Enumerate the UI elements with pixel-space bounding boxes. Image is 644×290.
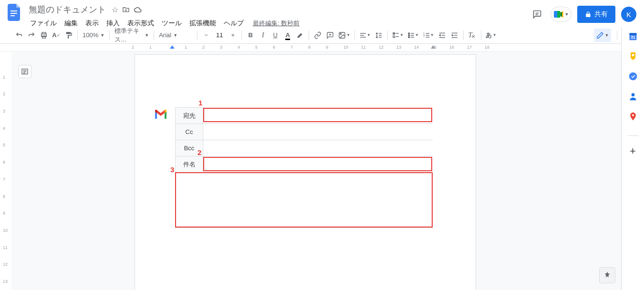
undo-button[interactable] <box>13 29 25 41</box>
account-avatar[interactable]: K <box>621 7 636 22</box>
redo-button[interactable] <box>26 29 37 41</box>
toolbar: A✓ 100%▼ 標準テキス...▼ Arial▼ − 11 + B I U A… <box>0 27 644 44</box>
header-right: ▼ 共有 K <box>530 3 638 23</box>
ruler-tick: 2 <box>132 45 134 50</box>
highlight-button[interactable] <box>294 29 306 41</box>
menu-file[interactable]: ファイル <box>27 17 60 30</box>
indent-marker[interactable] <box>170 45 175 49</box>
keep-icon[interactable] <box>628 52 638 61</box>
cloud-status-icon[interactable] <box>134 6 142 13</box>
document-page[interactable]: 宛先 Cc Bcc 件名 <box>135 54 476 290</box>
last-edit-link[interactable]: 最終編集: 数秒前 <box>253 19 300 28</box>
svg-marker-8 <box>560 12 562 17</box>
svg-point-56 <box>629 72 637 81</box>
to-field[interactable] <box>203 108 433 124</box>
docs-logo[interactable] <box>6 4 23 21</box>
bold-button[interactable]: B <box>245 29 256 41</box>
decrease-indent-button[interactable] <box>436 29 448 41</box>
font-size-input[interactable]: 11 <box>213 31 226 39</box>
subject-field[interactable] <box>203 156 433 173</box>
email-subject-row: 件名 <box>176 156 433 173</box>
meet-button[interactable]: ▼ <box>551 7 571 22</box>
contacts-icon[interactable] <box>628 92 638 101</box>
email-bcc-row: Bcc <box>176 140 433 156</box>
print-button[interactable] <box>38 29 50 41</box>
paint-format-button[interactable] <box>63 29 74 41</box>
line-spacing-button[interactable] <box>373 29 384 41</box>
menu-tools[interactable]: ツール <box>158 17 185 30</box>
underline-button[interactable]: U <box>270 29 281 41</box>
ruler-tick: 1 <box>149 45 152 50</box>
email-body-field[interactable] <box>175 173 433 228</box>
subject-label: 件名 <box>176 156 203 173</box>
insert-comment-button[interactable] <box>324 29 336 41</box>
tasks-icon[interactable] <box>628 72 638 81</box>
ruler-tick: 1 <box>185 45 187 50</box>
menu-view[interactable]: 表示 <box>82 17 102 30</box>
calendar-icon[interactable]: 31 <box>628 31 638 41</box>
svg-point-57 <box>631 93 634 96</box>
align-button[interactable]: ▼ <box>358 29 372 41</box>
italic-button[interactable]: I <box>257 29 269 41</box>
explore-button[interactable] <box>599 267 615 283</box>
ruler-tick: 2 <box>202 45 205 50</box>
styles-select[interactable]: 標準テキス...▼ <box>113 30 151 41</box>
vertical-ruler[interactable]: 12345678910111213 <box>0 52 11 290</box>
font-size-decrease[interactable]: − <box>200 29 212 41</box>
separator <box>77 31 78 40</box>
svg-rect-6 <box>554 11 557 18</box>
vruler-tick: 7 <box>3 171 8 188</box>
app-header: 無題のドキュメント ☆ ファイル 編集 表示 挿入 表示形式 ツール 拡張機能 … <box>0 0 644 27</box>
increase-indent-button[interactable] <box>449 29 460 41</box>
separator <box>197 31 197 40</box>
share-button[interactable]: 共有 <box>577 6 615 23</box>
svg-text:31: 31 <box>631 35 635 40</box>
title-block: 無題のドキュメント ☆ ファイル 編集 表示 挿入 表示形式 ツール 拡張機能 … <box>27 3 530 30</box>
star-icon[interactable]: ☆ <box>112 5 118 14</box>
clear-formatting-button[interactable]: T✕ <box>467 29 478 41</box>
font-size-increase[interactable]: + <box>227 29 239 41</box>
bcc-label: Bcc <box>176 140 203 156</box>
email-cc-row: Cc <box>176 124 433 140</box>
separator <box>109 31 110 40</box>
horizontal-ruler[interactable]: 21123456789101112131415161718 <box>0 44 644 52</box>
menu-extensions[interactable]: 拡張機能 <box>186 17 219 30</box>
numbered-list-button[interactable]: 12▼ <box>421 29 436 41</box>
editing-mode-button[interactable]: ▼ <box>594 29 611 42</box>
cc-field[interactable] <box>203 124 433 140</box>
canvas[interactable]: 宛先 Cc Bcc 件名 <box>11 52 644 290</box>
menu-edit[interactable]: 編集 <box>61 17 81 30</box>
zoom-select[interactable]: 100%▼ <box>81 30 106 41</box>
insert-link-button[interactable] <box>312 29 323 41</box>
vruler-tick: 11 <box>3 239 8 256</box>
doc-title[interactable]: 無題のドキュメント <box>27 3 108 16</box>
ruler-tick: 4 <box>238 45 240 50</box>
text-color-button[interactable]: A <box>282 29 293 41</box>
vruler-tick: 4 <box>3 120 8 137</box>
gmail-icon[interactable] <box>154 109 167 120</box>
vruler-tick: 2 <box>3 85 8 103</box>
outline-toggle-button[interactable] <box>18 65 31 78</box>
ruler-tick: 16 <box>449 45 454 50</box>
ruler-tick: 18 <box>485 45 489 50</box>
ruler-tick: 13 <box>396 45 401 50</box>
svg-rect-0 <box>10 10 17 11</box>
ruler-tick: 9 <box>326 45 328 50</box>
vruler-tick: 6 <box>3 154 8 171</box>
insert-image-button[interactable]: ▼ <box>337 29 352 41</box>
separator <box>463 31 464 40</box>
maps-icon[interactable] <box>628 112 638 121</box>
menu-help[interactable]: ヘルプ <box>220 17 247 30</box>
bullet-list-button[interactable]: ▼ <box>406 29 420 41</box>
ruler-scale: 21123456789101112131415161718 <box>134 44 472 52</box>
ime-button[interactable]: あ▼ <box>484 29 498 41</box>
font-select[interactable]: Arial▼ <box>157 30 194 41</box>
move-icon[interactable] <box>122 6 130 13</box>
checklist-button[interactable]: ▼ <box>391 29 405 41</box>
add-addon-icon[interactable]: + <box>628 146 638 156</box>
spellcheck-button[interactable]: A✓ <box>51 29 62 41</box>
bcc-field[interactable] <box>203 140 433 156</box>
comment-history-button[interactable] <box>530 7 545 22</box>
vruler-tick: 1 <box>3 69 8 86</box>
ruler-tick: 7 <box>291 45 293 50</box>
